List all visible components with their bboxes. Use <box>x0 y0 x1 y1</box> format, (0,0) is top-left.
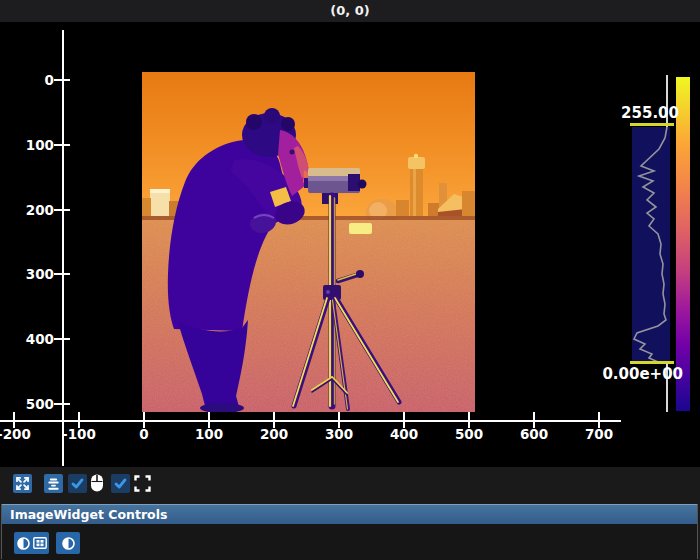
y-tick-mark <box>54 403 70 405</box>
x-tick-label: 0 <box>114 426 174 442</box>
controls-body <box>2 524 697 560</box>
x-tick-label: 500 <box>439 426 499 442</box>
film-strip-icon <box>33 537 47 549</box>
footer-panel: ImageWidget Controls <box>0 467 700 560</box>
bounds-icon <box>133 473 152 493</box>
x-axis-line <box>0 420 621 422</box>
contrast-bias-all-layers-button[interactable] <box>14 532 49 554</box>
mouse-icon <box>87 473 106 493</box>
checkmark-icon <box>69 475 86 492</box>
histogram-lut-widget[interactable] <box>598 72 700 444</box>
imagewidget-controls-panel: ImageWidget Controls <box>1 504 698 559</box>
plot-toolbar <box>13 473 152 493</box>
reset-zoom-button[interactable] <box>13 474 32 493</box>
mouse-pan-checkbox[interactable] <box>68 474 87 493</box>
x-tick-label: 400 <box>374 426 434 442</box>
y-tick-label: 100 <box>0 137 54 153</box>
x-tick-label: 300 <box>309 426 369 442</box>
corner-brackets-icon <box>134 475 151 492</box>
expand-arrows-icon <box>15 476 30 491</box>
plot-canvas[interactable]: 255.00 0.00e+00 -200-1000100200300400500… <box>0 22 700 467</box>
x-tick-label: 200 <box>244 426 304 442</box>
max-level-label: 255.00 <box>621 104 679 122</box>
y-tick-mark <box>54 79 70 81</box>
x-tick-label: 600 <box>504 426 564 442</box>
y-tick-label: 400 <box>0 331 54 347</box>
y-tick-mark <box>54 338 70 340</box>
cameraman-image <box>142 72 475 412</box>
contrast-circle-icon <box>17 537 30 550</box>
colorbar-gradient[interactable] <box>676 77 690 411</box>
center-lines-icon <box>46 476 61 491</box>
contrast-bias-button[interactable] <box>56 532 80 554</box>
contrast-circle-icon <box>62 537 75 550</box>
min-level-handle[interactable] <box>630 361 674 364</box>
y-tick-label: 300 <box>0 266 54 282</box>
image-viewer-window: { "window": { "title": "(0, 0)" }, "plot… <box>0 0 700 560</box>
x-tick-label: 700 <box>569 426 629 442</box>
mouse-zoom-checkbox[interactable] <box>111 474 130 493</box>
y-tick-mark <box>54 209 70 211</box>
y-tick-label: 0 <box>0 72 54 88</box>
x-tick-label: -200 <box>0 426 44 442</box>
y-tick-label: 200 <box>0 202 54 218</box>
y-tick-label: 500 <box>0 396 54 412</box>
y-tick-mark <box>54 273 70 275</box>
x-tick-label: 100 <box>179 426 239 442</box>
checkmark-icon <box>112 475 129 492</box>
titlebar: (0, 0) <box>0 0 700 23</box>
controls-header: ImageWidget Controls <box>2 504 697 524</box>
cursor-position-title: (0, 0) <box>0 0 700 22</box>
y-axis-line <box>62 30 64 466</box>
max-level-handle[interactable] <box>630 123 674 126</box>
center-view-button[interactable] <box>44 474 63 493</box>
y-tick-mark <box>54 144 70 146</box>
x-tick-label: -100 <box>49 426 109 442</box>
min-level-label: 0.00e+00 <box>602 365 683 383</box>
